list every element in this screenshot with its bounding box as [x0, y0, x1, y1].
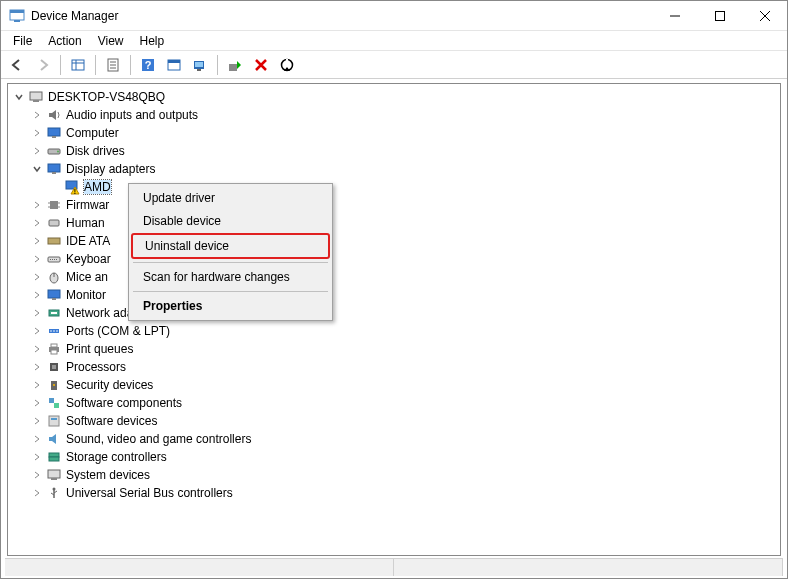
menu-update-driver[interactable]: Update driver [131, 187, 330, 209]
uninstall-button[interactable] [249, 53, 273, 77]
back-button[interactable] [5, 53, 29, 77]
network-icon [46, 305, 62, 321]
maximize-button[interactable] [697, 1, 742, 30]
tree-item-mice[interactable]: Mice an [8, 268, 780, 286]
svg-rect-68 [49, 453, 59, 457]
chevron-right-icon[interactable] [30, 486, 44, 500]
chevron-down-icon[interactable] [12, 90, 26, 104]
tree-item-swdevices[interactable]: Software devices [8, 412, 780, 430]
tree-item-display-child[interactable]: ! AMD [8, 178, 780, 196]
tree-item-processors[interactable]: Processors [8, 358, 780, 376]
cpu-icon [46, 359, 62, 375]
tree-item-printqueues[interactable]: Print queues [8, 340, 780, 358]
tree-item-hid[interactable]: Human [8, 214, 780, 232]
tree-item-audio[interactable]: Audio inputs and outputs [8, 106, 780, 124]
tree-item-firmware[interactable]: Firmwar [8, 196, 780, 214]
tree-item-storage[interactable]: Storage controllers [8, 448, 780, 466]
properties-button[interactable] [101, 53, 125, 77]
highlight-box: Uninstall device [131, 233, 330, 259]
menu-properties[interactable]: Properties [131, 295, 330, 317]
chevron-right-icon[interactable] [30, 234, 44, 248]
disk-icon [46, 143, 62, 159]
mouse-icon [46, 269, 62, 285]
tree-item-disk[interactable]: Disk drives [8, 142, 780, 160]
tree-item-swcomponents[interactable]: Software components [8, 394, 780, 412]
svg-rect-46 [56, 259, 57, 260]
chevron-right-icon[interactable] [30, 306, 44, 320]
chevron-right-icon[interactable] [30, 324, 44, 338]
chevron-right-icon[interactable] [30, 252, 44, 266]
chevron-down-icon[interactable] [30, 162, 44, 176]
svg-rect-1 [10, 10, 24, 13]
menu-scan-hardware[interactable]: Scan for hardware changes [131, 266, 330, 288]
chevron-right-icon[interactable] [30, 432, 44, 446]
tree-item-display[interactable]: Display adapters [8, 160, 780, 178]
close-button[interactable] [742, 1, 787, 30]
tree-label: IDE ATA [66, 234, 110, 248]
svg-rect-17 [168, 60, 180, 63]
tree-label: AMD [84, 180, 111, 194]
toolbar-separator [217, 55, 218, 75]
disable-button[interactable] [275, 53, 299, 77]
svg-rect-52 [51, 312, 57, 314]
tree-item-monitors[interactable]: Monitor [8, 286, 780, 304]
chevron-right-icon[interactable] [30, 450, 44, 464]
chevron-right-icon[interactable] [30, 342, 44, 356]
tree-root[interactable]: DESKTOP-VS48QBQ [8, 88, 780, 106]
tree-item-computer[interactable]: Computer [8, 124, 780, 142]
svg-text:?: ? [145, 59, 152, 71]
tree-item-ports[interactable]: Ports (COM & LPT) [8, 322, 780, 340]
show-hide-tree-button[interactable] [66, 53, 90, 77]
tree-label: Audio inputs and outputs [66, 108, 198, 122]
update-driver-button[interactable] [223, 53, 247, 77]
scan-hardware-button[interactable] [188, 53, 212, 77]
tree-item-network[interactable]: Network adapters [8, 304, 780, 322]
chevron-right-icon[interactable] [30, 468, 44, 482]
help-button[interactable]: ? [136, 53, 160, 77]
tree-label: Monitor [66, 288, 106, 302]
context-menu: Update driver Disable device Uninstall d… [128, 183, 333, 321]
menu-separator [133, 262, 328, 263]
tree-item-ide[interactable]: IDE ATA [8, 232, 780, 250]
chevron-right-icon[interactable] [30, 378, 44, 392]
tree-item-security[interactable]: Security devices [8, 376, 780, 394]
menu-help[interactable]: Help [132, 32, 173, 50]
chevron-right-icon[interactable] [30, 360, 44, 374]
svg-rect-4 [715, 11, 724, 20]
chevron-right-icon[interactable] [30, 270, 44, 284]
menu-action[interactable]: Action [40, 32, 89, 50]
svg-rect-19 [195, 62, 203, 67]
chevron-right-icon[interactable] [30, 414, 44, 428]
tree-label: DESKTOP-VS48QBQ [48, 90, 165, 104]
chevron-right-icon[interactable] [30, 216, 44, 230]
menu-bar: File Action View Help [1, 31, 787, 51]
svg-point-63 [53, 384, 55, 386]
tree-label: Human [66, 216, 105, 230]
tree-item-sound[interactable]: Sound, video and game controllers [8, 430, 780, 448]
chevron-blank [48, 180, 62, 194]
chevron-right-icon[interactable] [30, 288, 44, 302]
chevron-right-icon[interactable] [30, 126, 44, 140]
port-icon [46, 323, 62, 339]
toolbar: ? [1, 51, 787, 79]
menu-view[interactable]: View [90, 32, 132, 50]
menu-file[interactable]: File [5, 32, 40, 50]
action-button[interactable] [162, 53, 186, 77]
tree-item-usb[interactable]: Universal Serial Bus controllers [8, 484, 780, 502]
tree-item-keyboard[interactable]: Keyboar [8, 250, 780, 268]
svg-point-54 [50, 330, 52, 332]
tree-label: Universal Serial Bus controllers [66, 486, 233, 500]
menu-disable-device[interactable]: Disable device [131, 210, 330, 232]
menu-uninstall-device[interactable]: Uninstall device [133, 235, 328, 257]
chevron-right-icon[interactable] [30, 108, 44, 122]
chevron-right-icon[interactable] [30, 144, 44, 158]
chevron-right-icon[interactable] [30, 198, 44, 212]
tree-item-system[interactable]: System devices [8, 466, 780, 484]
chevron-right-icon[interactable] [30, 396, 44, 410]
forward-button[interactable] [31, 53, 55, 77]
device-tree[interactable]: DESKTOP-VS48QBQ Audio inputs and outputs… [7, 83, 781, 556]
svg-rect-26 [48, 128, 60, 136]
minimize-button[interactable] [652, 1, 697, 30]
svg-marker-23 [284, 67, 290, 71]
svg-rect-30 [48, 164, 60, 172]
